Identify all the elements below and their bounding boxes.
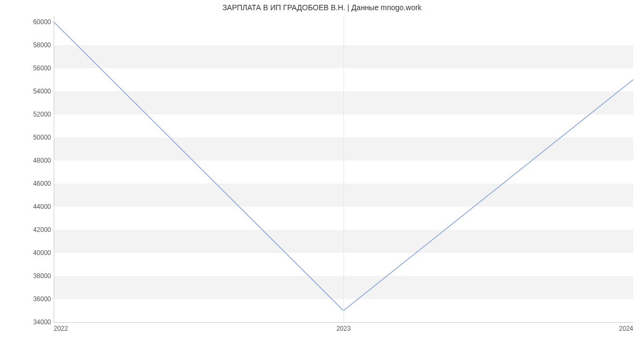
- chart-container: ЗАРПЛАТА В ИП ГРАДОБОЕВ В.Н. | Данные mn…: [0, 0, 644, 349]
- chart-title: ЗАРПЛАТА В ИП ГРАДОБОЕВ В.Н. | Данные mn…: [0, 3, 644, 12]
- y-tick-label: 60000: [0, 18, 51, 26]
- x-tick-label: 2023: [336, 325, 351, 332]
- y-tick-label: 58000: [0, 41, 51, 49]
- y-tick-label: 40000: [0, 249, 51, 257]
- y-tick-label: 38000: [0, 272, 51, 280]
- y-tick-label: 36000: [0, 295, 51, 303]
- y-tick-label: 42000: [0, 226, 51, 234]
- y-tick-label: 52000: [0, 111, 51, 118]
- x-tick-label: 2022: [54, 325, 68, 332]
- y-tick-label: 48000: [0, 157, 51, 164]
- y-tick-label: 46000: [0, 180, 51, 187]
- x-gridline: [343, 16, 344, 322]
- y-tick-label: 44000: [0, 203, 51, 210]
- x-tick-label: 2024: [619, 325, 633, 332]
- y-tick-label: 50000: [0, 134, 51, 141]
- y-tick-label: 56000: [0, 64, 51, 72]
- y-tick-label: 34000: [0, 318, 51, 326]
- y-tick-label: 54000: [0, 88, 51, 95]
